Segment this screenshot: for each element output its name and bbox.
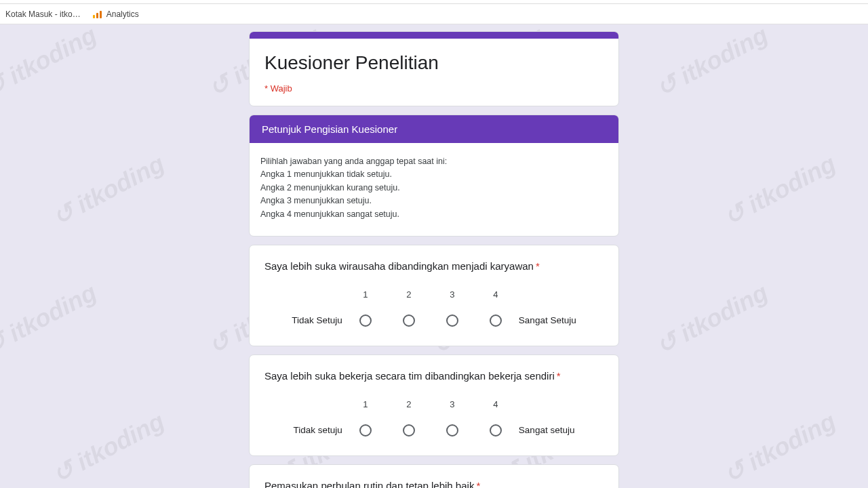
bookmark-analytics-label: Analytics xyxy=(106,9,139,19)
form-title: Kuesioner Penelitian xyxy=(264,52,604,74)
required-asterisk: * xyxy=(557,370,561,382)
required-asterisk: * xyxy=(476,480,480,488)
likert-right-label: Sangat Setuju xyxy=(502,315,580,327)
question-text: Pemasukan perbulan rutin dan tetap lebih… xyxy=(264,480,474,488)
likert-right-label: Sangat setuju xyxy=(502,425,579,436)
likert-row: Tidak setuju 1 2 3 4 xyxy=(264,399,604,436)
likert-left-label: Tidak setuju xyxy=(290,425,359,436)
likert-number: 1 xyxy=(363,289,368,300)
radio-option-2[interactable] xyxy=(403,424,415,436)
likert-row: Tidak Setuju 1 2 3 4 xyxy=(264,289,604,327)
likert-option: 3 xyxy=(446,289,459,327)
radio-option-4[interactable] xyxy=(490,314,502,327)
likert-option: 4 xyxy=(489,399,502,436)
radio-option-3[interactable] xyxy=(446,424,458,436)
likert-option: 3 xyxy=(446,399,459,436)
likert-option: 1 xyxy=(359,399,372,436)
required-asterisk: * xyxy=(536,260,540,272)
radio-option-3[interactable] xyxy=(446,314,458,327)
radio-option-2[interactable] xyxy=(403,314,415,327)
question-card: Pemasukan perbulan rutin dan tetap lebih… xyxy=(249,464,619,488)
question-text: Saya lebih suka wirausaha dibandingkan m… xyxy=(264,260,534,272)
radio-option-1[interactable] xyxy=(359,424,372,436)
question-card: Saya lebih suka wirausaha dibandingkan m… xyxy=(249,245,619,346)
required-note: * Wajib xyxy=(264,83,604,94)
form-header-card: Kuesioner Penelitian * Wajib xyxy=(249,31,619,106)
likert-number: 1 xyxy=(363,399,368,409)
likert-number: 2 xyxy=(406,399,411,409)
bookmark-inbox[interactable]: Kotak Masuk - itko… xyxy=(5,9,81,19)
form-column: Kuesioner Penelitian * Wajib Petunjuk Pe… xyxy=(249,24,619,488)
section-line: Pilihlah jawaban yang anda anggap tepat … xyxy=(260,155,608,168)
section-card: Petunjuk Pengisian Kuesioner Pilihlah ja… xyxy=(249,115,619,237)
question-text: Saya lebih suka bekerja secara tim diban… xyxy=(264,370,555,382)
likert-option: 2 xyxy=(402,399,416,436)
likert-options: 1 2 3 4 xyxy=(359,399,502,436)
radio-option-4[interactable] xyxy=(490,424,502,436)
section-line: Angka 2 menunjukkan kurang setuju. xyxy=(260,182,608,195)
section-line: Angka 4 menunjukkan sangat setuju. xyxy=(260,208,608,221)
bookmark-inbox-label: Kotak Masuk - itko… xyxy=(5,9,81,19)
form-viewport: Kuesioner Penelitian * Wajib Petunjuk Pe… xyxy=(0,24,868,488)
likert-number: 3 xyxy=(450,289,454,300)
bookmark-analytics[interactable]: Analytics xyxy=(93,9,139,19)
bookmarks-bar: Kotak Masuk - itko… Analytics xyxy=(0,4,868,24)
question-title: Saya lebih suka wirausaha dibandingkan m… xyxy=(264,260,604,272)
likert-left-label: Tidak Setuju xyxy=(288,315,359,327)
analytics-icon xyxy=(93,10,102,18)
section-line: Angka 1 menunjukkan tidak setuju. xyxy=(260,168,608,181)
likert-number: 2 xyxy=(406,289,411,300)
likert-options: 1 2 3 4 xyxy=(359,289,502,327)
radio-option-1[interactable] xyxy=(359,314,372,327)
likert-number: 4 xyxy=(493,289,498,300)
section-banner: Petunjuk Pengisian Kuesioner xyxy=(250,115,618,143)
question-title: Saya lebih suka bekerja secara tim diban… xyxy=(264,370,604,382)
likert-option: 4 xyxy=(489,289,502,327)
section-body: Pilihlah jawaban yang anda anggap tepat … xyxy=(250,143,618,221)
question-card: Saya lebih suka bekerja secara tim diban… xyxy=(249,354,619,456)
likert-option: 2 xyxy=(402,289,416,327)
section-line: Angka 3 menunjukkan setuju. xyxy=(260,195,608,207)
question-title: Pemasukan perbulan rutin dan tetap lebih… xyxy=(264,480,604,488)
likert-number: 4 xyxy=(493,399,498,409)
likert-number: 3 xyxy=(450,399,454,409)
likert-option: 1 xyxy=(359,289,372,327)
